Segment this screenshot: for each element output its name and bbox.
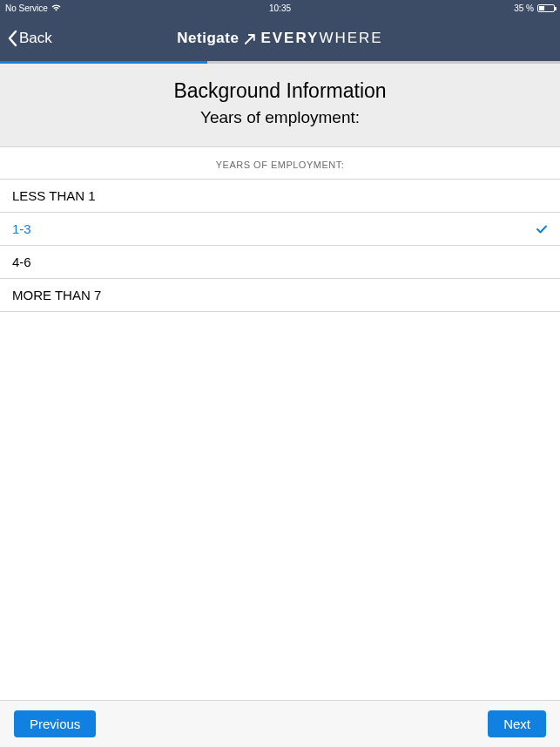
next-button[interactable]: Next (488, 710, 546, 737)
options-list: LESS THAN 1 1-3 4-6 MORE THAN 7 (0, 179, 560, 312)
status-bar: No Service 10:35 35 % (0, 0, 560, 16)
previous-button[interactable]: Previous (14, 710, 96, 737)
battery-percent-label: 35 % (514, 3, 534, 13)
back-button[interactable]: Back (7, 30, 52, 47)
brand-name: Netigate (177, 30, 239, 47)
wifi-icon (51, 3, 61, 13)
chevron-left-icon (7, 30, 17, 47)
checkmark-icon (536, 223, 548, 235)
list-item[interactable]: 1-3 (0, 213, 560, 246)
section-header: YEARS OF EMPLOYMENT: (0, 147, 560, 179)
clock-label: 10:35 (269, 3, 291, 13)
page-title: Background Information (9, 79, 551, 103)
carrier-label: No Service (5, 3, 48, 13)
progress-fill (0, 61, 207, 64)
page-subtitle: Years of employment: (9, 108, 551, 127)
battery-fill (539, 6, 544, 10)
option-label: LESS THAN 1 (12, 188, 96, 203)
list-item[interactable]: MORE THAN 7 (0, 279, 560, 312)
brand-arrow-icon (244, 33, 255, 44)
nav-bar: Back Netigate EVERYWHERE (0, 16, 560, 61)
page-header: Background Information Years of employme… (0, 64, 560, 147)
product-name: EVERYWHERE (260, 30, 382, 47)
back-label: Back (19, 30, 52, 47)
option-label: 1-3 (12, 221, 31, 236)
list-item[interactable]: LESS THAN 1 (0, 180, 560, 213)
list-item[interactable]: 4-6 (0, 246, 560, 279)
battery-icon (537, 4, 555, 12)
option-label: 4-6 (12, 255, 31, 269)
option-label: MORE THAN 7 (12, 288, 101, 302)
bottom-toolbar: Previous Next (0, 700, 560, 747)
app-title: Netigate EVERYWHERE (177, 30, 382, 47)
